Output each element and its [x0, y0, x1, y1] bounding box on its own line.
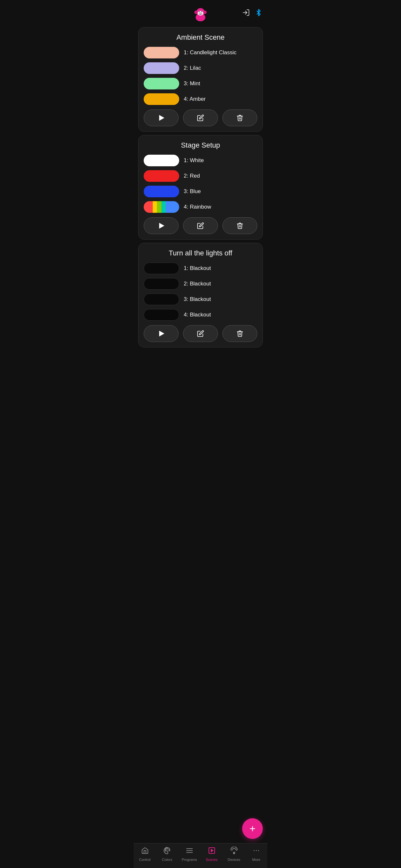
nav-label-scenes: Scenes: [206, 858, 218, 862]
swatch-lights-off-2: [144, 278, 179, 290]
nav-item-devices[interactable]: Devices: [224, 847, 244, 862]
play-icon-stage: [159, 223, 164, 228]
swatch-ambient-3: [144, 78, 179, 89]
header: [134, 0, 267, 26]
color-label-ambient-2: 2: Lilac: [184, 65, 201, 71]
scene-card-lights-off: Turn all the lights off 1: Blackout 2: B…: [138, 243, 263, 347]
scenes-icon: [208, 847, 216, 857]
swatch-stage-1: [144, 155, 179, 166]
svg-point-10: [202, 11, 203, 12]
scene-card-stage: Stage Setup 1: White 2: Red 3: Blue 4: R…: [138, 135, 263, 240]
play-icon-lights-off: [159, 331, 164, 337]
nav-item-colors[interactable]: Colors: [158, 847, 177, 862]
header-actions: [242, 9, 262, 19]
nav-label-programs: Programs: [182, 858, 197, 862]
edit-button-ambient[interactable]: [183, 110, 218, 126]
app-logo: [192, 5, 209, 22]
action-buttons-stage: [144, 217, 257, 234]
swatch-ambient-1: [144, 47, 179, 58]
color-row-4: 4: Amber: [144, 93, 257, 105]
swatch-stage-3: [144, 186, 179, 197]
svg-point-11: [200, 12, 201, 13]
swatch-lights-off-1: [144, 262, 179, 274]
lights-off-color-row-3: 3: Blackout: [144, 293, 257, 305]
color-row-1: 1: Candlelight Classic: [144, 47, 257, 58]
color-label-stage-1: 1: White: [184, 157, 204, 164]
nav-label-control: Control: [139, 858, 150, 862]
color-label-ambient-3: 3: Mint: [184, 81, 200, 87]
svg-point-3: [195, 11, 197, 13]
nav-item-control[interactable]: Control: [135, 847, 155, 862]
pencil-icon-stage: [197, 222, 204, 229]
svg-point-12: [201, 12, 202, 13]
color-label-ambient-1: 1: Candlelight Classic: [184, 50, 236, 56]
pencil-icon-lights-off: [197, 330, 204, 337]
nav-item-programs[interactable]: Programs: [180, 847, 199, 862]
trash-icon-lights-off: [236, 330, 243, 337]
color-label-lights-off-1: 1: Blackout: [184, 265, 211, 272]
stage-color-row-4: 4: Rainbow: [144, 201, 257, 213]
trash-icon-stage: [236, 222, 243, 229]
svg-point-5: [204, 11, 206, 13]
delete-button-lights-off[interactable]: [222, 325, 257, 342]
play-button-ambient[interactable]: [144, 110, 179, 126]
add-scene-fab[interactable]: +: [242, 818, 263, 839]
svg-marker-22: [211, 849, 213, 852]
color-row-3: 3: Mint: [144, 78, 257, 89]
programs-icon: [186, 847, 193, 857]
scene-card-ambient: Ambient Scene 1: Candlelight Classic 2: …: [138, 27, 263, 132]
color-label-stage-3: 3: Blue: [184, 188, 201, 195]
play-button-stage[interactable]: [144, 217, 179, 234]
svg-point-8: [199, 11, 200, 12]
scenes-list: Ambient Scene 1: Candlelight Classic 2: …: [134, 26, 267, 868]
swatch-stage-2: [144, 170, 179, 182]
swatch-stage-rainbow: [144, 201, 179, 213]
palette-icon: [163, 847, 171, 857]
nav-label-devices: Devices: [227, 858, 240, 862]
nav-item-more[interactable]: More: [247, 847, 266, 862]
color-label-lights-off-2: 2: Blackout: [184, 281, 211, 287]
bluetooth-icon[interactable]: [255, 9, 262, 18]
swatch-ambient-4: [144, 93, 179, 105]
scene-title-ambient: Ambient Scene: [144, 33, 257, 42]
stage-color-row-1: 1: White: [144, 155, 257, 166]
svg-point-26: [256, 850, 257, 851]
nav-item-scenes[interactable]: Scenes: [202, 847, 221, 862]
pencil-icon-ambient: [197, 114, 204, 121]
stage-color-row-3: 3: Blue: [144, 186, 257, 197]
delete-button-ambient[interactable]: [222, 110, 257, 126]
color-row-2: 2: Lilac: [144, 62, 257, 74]
play-button-lights-off[interactable]: [144, 325, 179, 342]
svg-point-14: [167, 848, 168, 849]
svg-point-25: [253, 850, 254, 851]
swatch-ambient-2: [144, 62, 179, 74]
devices-icon: [230, 847, 238, 857]
lights-off-color-row-2: 2: Blackout: [144, 278, 257, 290]
edit-button-stage[interactable]: [183, 217, 218, 234]
bottom-nav: Control Colors Programs: [134, 843, 267, 868]
action-buttons-ambient: [144, 110, 257, 126]
color-label-ambient-4: 4: Amber: [184, 96, 206, 102]
svg-point-15: [168, 850, 169, 850]
more-icon: [252, 847, 260, 857]
svg-point-27: [258, 850, 259, 851]
edit-button-lights-off[interactable]: [183, 325, 218, 342]
lights-off-color-row-1: 1: Blackout: [144, 262, 257, 274]
lights-off-color-row-4: 4: Blackout: [144, 309, 257, 321]
house-icon: [141, 847, 149, 857]
play-icon-ambient: [159, 115, 164, 121]
swatch-lights-off-4: [144, 309, 179, 321]
trash-icon-ambient: [236, 114, 243, 121]
color-label-lights-off-3: 3: Blackout: [184, 296, 211, 303]
scene-title-lights-off: Turn all the lights off: [144, 249, 257, 257]
swatch-lights-off-3: [144, 293, 179, 305]
color-label-stage-2: 2: Red: [184, 173, 200, 179]
color-label-stage-4: 4: Rainbow: [184, 204, 211, 210]
delete-button-stage[interactable]: [222, 217, 257, 234]
login-icon[interactable]: [242, 9, 250, 19]
nav-label-colors: Colors: [162, 858, 173, 862]
action-buttons-lights-off: [144, 325, 257, 342]
stage-color-row-2: 2: Red: [144, 170, 257, 182]
nav-label-more: More: [252, 858, 260, 862]
scene-title-stage: Stage Setup: [144, 141, 257, 150]
